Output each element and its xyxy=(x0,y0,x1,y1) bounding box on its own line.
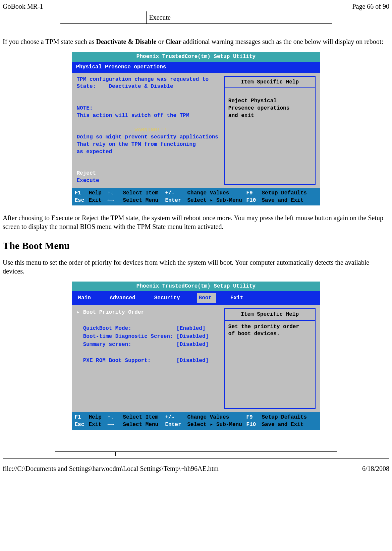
bios2-esc: Esc xyxy=(75,421,87,428)
bios2-tab-security: Security xyxy=(152,293,185,303)
bios2-help1: Set the priority order xyxy=(228,323,312,331)
bios-screenshot-2: Phoenix TrustedCore(tm) Setup Utility Ma… xyxy=(72,282,320,430)
footer-path: file://C:\Documents and Settings\harwood… xyxy=(3,464,219,473)
bios1-l8pad xyxy=(77,127,135,133)
intro-prefix: If you choose a TPM state such as xyxy=(3,38,96,45)
bios2-quickboot-val: [Enabled] xyxy=(176,325,205,331)
bios1-plusminus: +/- xyxy=(165,189,185,197)
bios1-l6: This action will switch off the TPM xyxy=(77,113,189,119)
bios1-title: Phoenix TrustedCore(tm) Setup Utility xyxy=(72,52,320,62)
bios2-change-values: Change Values xyxy=(187,414,244,421)
cell-execute: Execute xyxy=(146,11,189,24)
bios1-leftright: ←→ xyxy=(108,197,121,204)
bios1-f9: F9 xyxy=(246,189,260,197)
bios2-plusminus: +/- xyxy=(165,414,185,421)
bios2-enter: Enter xyxy=(165,421,185,428)
after-bios1-paragraph: After choosing to Execute or Reject the … xyxy=(1,213,391,231)
bios2-help-body: Set the priority order of boot devices. xyxy=(225,321,315,347)
intro-suffix: additional warning messages such as the … xyxy=(181,38,383,45)
boot-menu-heading: The Boot Menu xyxy=(1,239,391,252)
bios2-pxe: PXE ROM Boot Support: xyxy=(83,358,151,364)
bios1-change-values: Change Values xyxy=(187,189,244,197)
page-number: Page 66 of 90 xyxy=(352,2,389,11)
bios2-exit: Exit xyxy=(89,421,106,428)
bios1-tab: Physical Presence operations xyxy=(72,62,170,73)
bios2-save-exit: Save and Exit xyxy=(262,421,304,428)
bios2-summary: Summary screen: xyxy=(83,342,131,348)
bios1-setup-defaults: Setup Defaults xyxy=(262,189,307,197)
bios1-help-panel: Item Specific Help Reject Physical Prese… xyxy=(224,76,316,185)
bios2-summary-val: [Disabled] xyxy=(176,342,209,348)
bios2-help2: of boot devices. xyxy=(228,330,312,338)
bios2-select-sub: Select ▸ Sub-Menu xyxy=(187,421,244,428)
bios2-tab-boot: Boot xyxy=(197,293,216,303)
bios2-leftright: ←→ xyxy=(108,421,121,428)
intro-bold1: Deactivate & Disable xyxy=(96,38,156,45)
bios1-l1: TPM configuration change was requested t… xyxy=(77,76,209,82)
bios1-l9: Doing so might prevent security applicat… xyxy=(77,134,218,140)
bios2-boot-priority: ▸ Boot Priority Order xyxy=(77,309,145,315)
bios2-footer: F1 Help ↑↓ Select Item +/- Change Values… xyxy=(72,412,320,430)
bios2-setup-defaults: Setup Defaults xyxy=(262,414,307,421)
bios1-f1: F1 xyxy=(75,189,87,197)
bios2-quickboot: QuickBoot Mode: xyxy=(83,325,131,331)
bios1-l2: State: Deactivate & Disable xyxy=(77,83,173,89)
bios1-f10: F10 xyxy=(246,197,260,204)
boot-menu-description: Use this menu to set the order of priori… xyxy=(1,258,391,276)
bios1-footer: F1 Help ↑↓ Select Item +/- Change Values… xyxy=(72,188,320,206)
bios2-diag: Boot-time Diagnostic Screen: xyxy=(83,333,173,340)
bios2-f1: F1 xyxy=(75,414,87,421)
bios1-updown: ↑↓ xyxy=(108,189,121,197)
bios1-exit: Exit xyxy=(89,197,106,204)
bios1-help1: Reject Physical xyxy=(228,98,312,105)
bios1-enter: Enter xyxy=(165,197,185,204)
bios2-help-header: Item Specific Help xyxy=(225,309,315,321)
bios1-help3: and exit xyxy=(228,112,312,120)
bios2-tabs: Main Advanced Security Boot Exit xyxy=(72,291,320,305)
bios1-l5: NOTE: xyxy=(77,105,93,111)
bios2-pxe-val: [Disabled] xyxy=(176,358,209,364)
bios2-f10: F10 xyxy=(246,421,260,428)
bios1-l8: WARNING!!! xyxy=(134,127,167,133)
intro-mid: or xyxy=(156,38,165,45)
bios2-title: Phoenix TrustedCore(tm) Setup Utility xyxy=(72,282,320,291)
bios1-reject: Reject xyxy=(77,170,96,176)
execute-partial-table: Execute xyxy=(60,11,332,24)
bios2-updown: ↑↓ xyxy=(108,414,121,421)
bios-screenshot-1: Phoenix TrustedCore(tm) Setup Utility Ph… xyxy=(72,52,320,205)
bios2-help-label: Help xyxy=(89,414,106,421)
bios1-select-item: Select Item xyxy=(123,189,163,197)
bios1-select-sub: Select ▸ Sub-Menu xyxy=(187,197,244,204)
bios2-select-item: Select Item xyxy=(123,414,163,421)
bottom-partial-table xyxy=(55,451,337,456)
bios1-esc: Esc xyxy=(75,197,87,204)
bios2-diag-val: [Disabled] xyxy=(176,333,209,340)
cell-empty-right xyxy=(189,11,332,24)
bios2-f9: F9 xyxy=(246,414,260,421)
bios2-tab-exit: Exit xyxy=(228,293,248,303)
doc-title: GoBook MR-1 xyxy=(3,2,43,11)
cell-empty-left xyxy=(60,11,147,24)
bios2-left-panel: ▸ Boot Priority Order QuickBoot Mode: [E… xyxy=(77,308,220,409)
bios1-left-panel: TPM configuration change was requested t… xyxy=(77,76,220,185)
bios2-select-menu: Select Menu xyxy=(123,421,163,428)
bios2-help-panel: Item Specific Help Set the priority orde… xyxy=(224,308,316,409)
bios2-tab-advanced: Advanced xyxy=(108,293,140,303)
bios1-l10: That rely on the TPM from functioning xyxy=(77,141,196,147)
bios1-execute: Execute xyxy=(77,178,99,184)
bios1-save-exit: Save and Exit xyxy=(262,197,304,204)
footer-date: 6/18/2008 xyxy=(362,464,389,473)
bios1-help-header: Item Specific Help xyxy=(225,77,315,88)
intro-paragraph: If you choose a TPM state such as Deacti… xyxy=(1,37,391,46)
intro-bold2: Clear xyxy=(165,38,181,45)
bios1-select-menu: Select Menu xyxy=(123,197,163,204)
bios1-help-body: Reject Physical Presence operations and … xyxy=(225,88,315,129)
bios1-help2: Presence operations xyxy=(228,105,312,112)
bios2-tab-main: Main xyxy=(76,293,96,303)
bios1-l11: as expected xyxy=(77,149,112,155)
bios1-help-label: Help xyxy=(89,189,106,197)
footer-divider xyxy=(3,458,389,459)
